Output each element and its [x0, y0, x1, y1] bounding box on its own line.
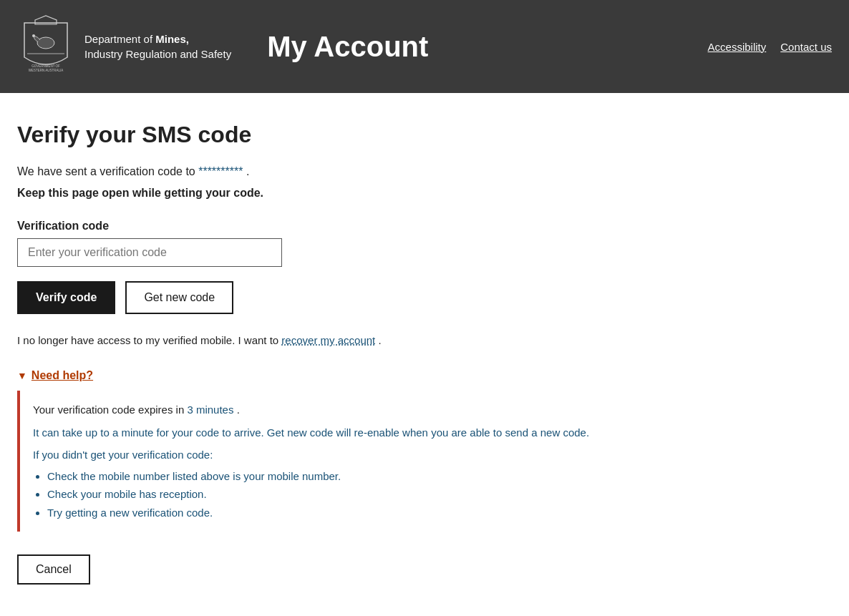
help-bullet-1: Check the mobile number listed above is … — [47, 467, 614, 486]
masked-phone: ********** — [198, 165, 243, 177]
if-didnt-text: If you didn't get your verification code… — [33, 446, 614, 464]
help-bullet-3: Try getting a new verification code. — [47, 504, 614, 522]
need-help-label: Need help? — [31, 369, 93, 382]
svg-point-1 — [37, 37, 54, 49]
verification-code-input[interactable] — [17, 238, 282, 267]
action-buttons: Verify code Get new code — [17, 281, 627, 314]
main-content: Verify your SMS code We have sent a veri… — [0, 93, 644, 616]
help-list: Check the mobile number listed above is … — [47, 467, 614, 522]
sent-info: We have sent a verification code to ****… — [17, 165, 627, 178]
svg-text:WESTERN AUSTRALIA: WESTERN AUSTRALIA — [29, 69, 64, 72]
page-title: My Account — [267, 31, 707, 63]
expiry-time: 3 minutes — [187, 404, 233, 416]
cancel-button[interactable]: Cancel — [17, 554, 90, 585]
verify-code-button[interactable]: Verify code — [17, 281, 115, 314]
get-new-code-button[interactable]: Get new code — [125, 281, 233, 314]
logo-area: GOVERNMENT OF WESTERN AUSTRALIA Departme… — [17, 14, 231, 79]
chevron-down-icon: ▼ — [17, 370, 27, 381]
help-bullet-2: Check your mobile has reception. — [47, 485, 614, 504]
page-header: GOVERNMENT OF WESTERN AUSTRALIA Departme… — [0, 0, 849, 93]
keep-open-text: Keep this page open while getting your c… — [17, 187, 627, 200]
need-help-toggle[interactable]: ▼ Need help? — [17, 369, 627, 382]
contact-us-link[interactable]: Contact us — [780, 41, 832, 53]
recover-account-link[interactable]: recover my account — [281, 334, 375, 346]
header-nav: Accessibility Contact us — [708, 41, 832, 53]
expires-line: Your verification code expires in 3 minu… — [33, 401, 614, 419]
wa-coat-of-arms-icon: GOVERNMENT OF WESTERN AUSTRALIA — [17, 14, 74, 79]
help-box: Your verification code expires in 3 minu… — [17, 391, 627, 532]
svg-text:GOVERNMENT OF: GOVERNMENT OF — [31, 64, 60, 68]
arrive-text: It can take up to a minute for your code… — [33, 424, 614, 442]
recover-text: I no longer have access to my verified m… — [17, 334, 627, 346]
page-heading: Verify your SMS code — [17, 122, 627, 148]
field-label: Verification code — [17, 220, 627, 233]
svg-point-2 — [32, 34, 35, 37]
dept-name: Department of Mines, Industry Regulation… — [84, 31, 231, 62]
accessibility-link[interactable]: Accessibility — [708, 41, 767, 53]
